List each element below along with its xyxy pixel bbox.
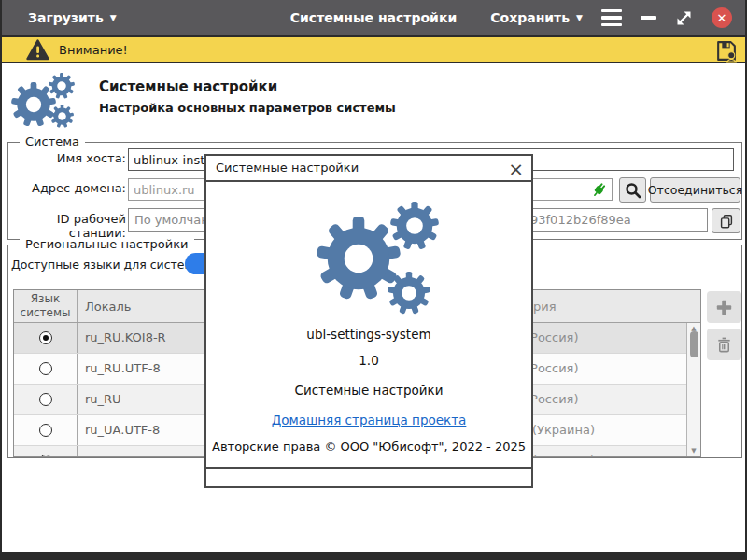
warning-bar: Внимание! [2,35,745,63]
search-domain-button[interactable] [619,177,646,203]
domain-label: Адрес домена: [10,181,126,195]
dialog-close-icon[interactable]: × [508,157,524,181]
scroll-down-icon[interactable]: ▼ [687,447,700,455]
save-file-icon[interactable] [714,39,738,63]
window-bottom-frame [2,552,745,560]
system-language-radio[interactable] [39,455,52,457]
territory-cell: (Россия) [526,354,579,384]
about-dialog-titlebar: Системные настройки × [206,156,531,182]
system-language-radio[interactable] [39,331,52,344]
system-language-radio[interactable] [39,424,52,437]
add-locale-button[interactable] [707,291,741,323]
load-menu-label: Загрузить [28,10,104,25]
about-copyright: Авторские права © ООО "Юбисофт", 2022 - … [206,440,531,454]
search-icon [625,182,641,199]
hamburger-menu-icon[interactable] [601,9,622,27]
about-app-name: ubl-settings-system [206,327,531,342]
scrollbar-thumb[interactable] [690,331,698,357]
save-menu-button[interactable]: Сохранить ▼ [490,10,583,25]
column-header-system-language: Язык системы [14,290,78,322]
territory-cell: (Украина) [532,415,595,445]
hostname-label: Имя хоста: [10,151,126,165]
plug-connected-icon [589,180,609,200]
system-legend: Система [20,134,85,148]
territory-cell: (Россия) [526,385,579,414]
load-menu-button[interactable]: Загрузить ▼ [28,10,117,25]
about-version: 1.0 [206,353,531,368]
about-description: Системные настройки [206,383,531,398]
warning-triangle-icon [26,39,49,61]
minimize-button[interactable] [641,16,656,20]
delete-locale-button[interactable] [707,329,741,360]
territory-cell: (Россия) [526,323,579,353]
app-window: Системные настройки Загрузить ▼ Сохранит… [0,0,747,560]
page-subtitle: Настройка основных параметров системы [99,101,396,115]
disconnect-button[interactable]: Отсоединиться [650,177,740,203]
gears-app-icon [11,71,90,131]
system-language-radio[interactable] [39,362,52,375]
about-dialog-footer [206,467,531,488]
warning-text: Внимание! [59,43,128,57]
available-languages-label: Доступные языки для системы: [11,258,206,272]
gears-logo [295,195,454,321]
maximize-icon[interactable] [675,9,693,27]
table-scrollbar[interactable]: ▲ ▼ [686,323,700,456]
close-icon: ✕ [717,11,727,25]
regional-legend: Региональные настройки [20,237,194,251]
about-dialog-title: Системные настройки [216,161,359,175]
about-dialog: Системные настройки × ubl-settings-syste… [204,154,533,488]
workstation-id-value-right: 93f012b26f89ea [530,213,631,227]
territory-cell: (Украина) [532,446,595,457]
chevron-down-icon: ▼ [110,13,117,22]
workstation-id-label: ID рабочей станции: [10,212,126,240]
copy-id-button[interactable] [712,208,740,233]
page-title: Системные настройки [99,78,277,95]
close-button[interactable]: ✕ [712,7,732,28]
titlebar: Системные настройки Загрузить ▼ Сохранит… [2,0,745,35]
save-menu-label: Сохранить [490,10,570,25]
chevron-down-icon: ▼ [576,13,583,22]
plus-icon [715,299,733,316]
column-header-territory: рия [533,290,557,323]
trash-icon [715,336,733,354]
system-language-radio[interactable] [39,393,52,406]
copy-icon [718,213,735,230]
homepage-link[interactable]: Домашняя страница проекта [272,413,467,427]
